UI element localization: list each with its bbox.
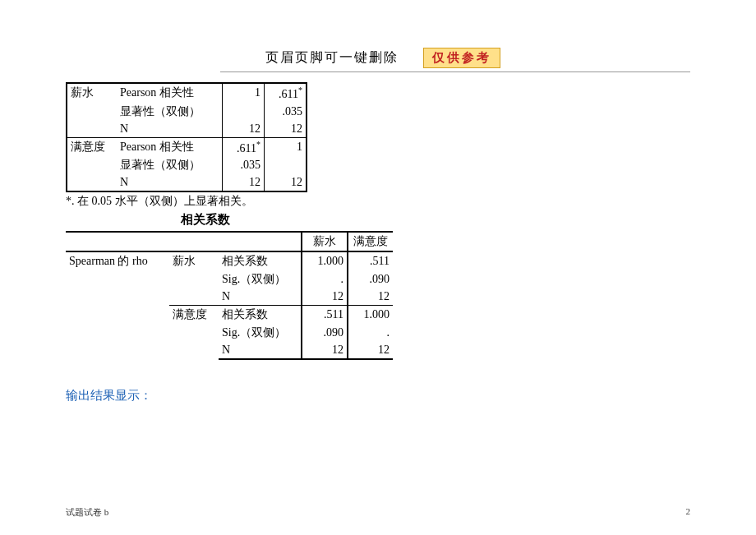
cell: 满意度 xyxy=(169,306,219,360)
cell: .511 xyxy=(302,306,348,325)
cell: 12 xyxy=(265,121,307,138)
cell: 满意度 xyxy=(67,137,117,156)
cell: 显著性（双侧） xyxy=(117,103,223,121)
cell xyxy=(223,103,265,121)
table-header-row: 薪水 满意度 xyxy=(66,232,393,251)
cell: 1 xyxy=(265,137,307,156)
cell: 相关系数 xyxy=(219,251,302,270)
cell xyxy=(67,156,117,174)
cell: .090 xyxy=(302,324,348,342)
cell: 薪水 xyxy=(169,251,219,306)
cell: 1.000 xyxy=(302,251,348,270)
spearman-table-title: 相关系数 xyxy=(66,212,345,228)
table-row: Spearman 的 rho 薪水 相关系数 1.000 .511 xyxy=(66,251,393,270)
cell: N xyxy=(117,174,223,191)
output-result-label: 输出结果显示： xyxy=(66,388,756,404)
cell: Pearson 相关性 xyxy=(117,83,223,103)
cell: .090 xyxy=(348,270,393,288)
cell: .511 xyxy=(348,251,393,270)
cell: 薪水 xyxy=(302,232,348,251)
footer-left: 试题试卷 b xyxy=(66,507,108,517)
header-text: 页眉页脚可一键删除 xyxy=(256,49,408,67)
table-row: 满意度 Pearson 相关性 .611* 1 xyxy=(67,137,307,156)
table-row: N 12 12 xyxy=(67,174,307,191)
cell xyxy=(265,156,307,174)
cell: 12 xyxy=(265,174,307,191)
page-footer: 试题试卷 b 2 xyxy=(66,506,690,519)
cell: 满意度 xyxy=(348,232,393,251)
cell xyxy=(66,232,302,251)
cell: Sig.（双侧） xyxy=(219,270,302,288)
cell: 12 xyxy=(223,121,265,138)
cell: Spearman 的 rho xyxy=(66,251,169,359)
table-row: 显著性（双侧） .035 xyxy=(67,156,307,174)
cell: 1 xyxy=(223,83,265,103)
cell: Pearson 相关性 xyxy=(117,137,223,156)
cell: 1.000 xyxy=(348,306,393,325)
header-rule xyxy=(220,71,690,72)
table-row: 薪水 Pearson 相关性 1 .611* xyxy=(67,83,307,103)
cell: 相关系数 xyxy=(219,306,302,325)
cell: 12 xyxy=(223,174,265,191)
table-footnote: *. 在 0.05 水平（双侧）上显著相关。 xyxy=(66,194,756,209)
header-badge: 仅供参考 xyxy=(423,48,500,68)
cell: Sig.（双侧） xyxy=(219,324,302,342)
cell: 12 xyxy=(348,342,393,359)
cell: . xyxy=(348,324,393,342)
cell xyxy=(67,103,117,121)
cell: 12 xyxy=(302,288,348,306)
cell xyxy=(67,121,117,138)
page-number: 2 xyxy=(686,506,691,516)
cell: .611* xyxy=(265,83,307,103)
cell: .035 xyxy=(223,156,265,174)
spearman-correlation-table: 薪水 满意度 Spearman 的 rho 薪水 相关系数 1.000 .511… xyxy=(66,231,393,360)
table-row: 显著性（双侧） .035 xyxy=(67,103,307,121)
cell: N xyxy=(219,288,302,306)
cell: . xyxy=(302,270,348,288)
cell: .611* xyxy=(223,137,265,156)
cell: 12 xyxy=(302,342,348,359)
page-header: 页眉页脚可一键删除 仅供参考 xyxy=(0,0,756,77)
cell xyxy=(67,174,117,191)
cell: .035 xyxy=(265,103,307,121)
cell: 显著性（双侧） xyxy=(117,156,223,174)
cell: N xyxy=(117,121,223,138)
cell: N xyxy=(219,342,302,359)
cell: 12 xyxy=(348,288,393,306)
pearson-correlation-table: 薪水 Pearson 相关性 1 .611* 显著性（双侧） .035 N 12… xyxy=(66,82,307,192)
table-row: N 12 12 xyxy=(67,121,307,138)
cell: 薪水 xyxy=(67,83,117,103)
